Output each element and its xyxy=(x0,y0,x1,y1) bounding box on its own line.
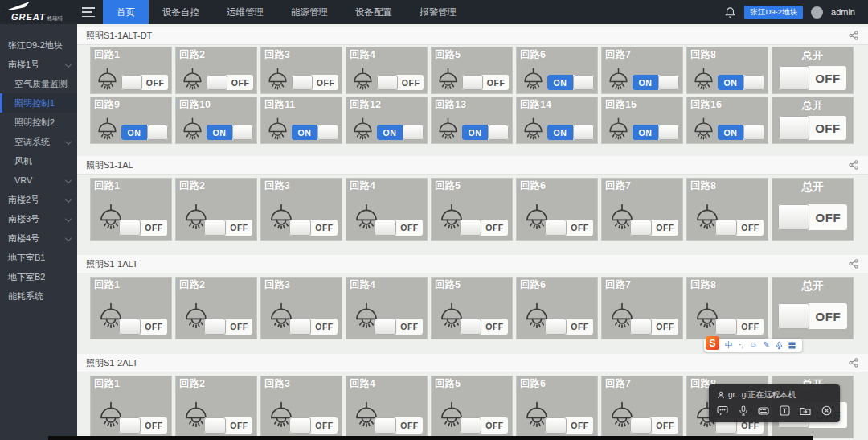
username: admin xyxy=(831,7,855,17)
logo-subtext: 格瑞特 xyxy=(47,15,63,21)
sidebar-item-5[interactable]: 空调系统 xyxy=(0,132,77,151)
toggle-switch[interactable]: ON xyxy=(207,125,253,140)
toggle-switch[interactable]: OFF xyxy=(204,319,252,335)
nav-item-3[interactable]: 能源管理 xyxy=(277,0,342,24)
toggle-switch[interactable]: OFF xyxy=(630,417,678,434)
circuit-label: 回路4 xyxy=(350,179,375,193)
toggle-switch[interactable]: OFF xyxy=(375,319,423,335)
toggle-switch[interactable]: OFF xyxy=(545,417,593,434)
toggle-switch[interactable]: ON xyxy=(377,125,424,140)
sidebar-item-0[interactable]: 张江D9-2地块 xyxy=(0,35,77,55)
toggle-switch[interactable]: OFF xyxy=(778,303,847,329)
toggle-switch[interactable]: OFF xyxy=(292,75,338,90)
sidebar-item-7[interactable]: VRV xyxy=(0,171,77,190)
share-icon[interactable] xyxy=(849,358,858,368)
sidebar-item-3[interactable]: 照明控制1 xyxy=(0,93,77,113)
toggle-switch[interactable]: OFF xyxy=(779,116,846,140)
toggle-switch[interactable]: ON xyxy=(633,125,679,140)
site-badge[interactable]: 张江D9-2地块 xyxy=(744,6,803,19)
toggle-switch[interactable]: OFF xyxy=(715,319,764,335)
menu-collapse-icon[interactable] xyxy=(82,7,95,17)
mic-icon[interactable] xyxy=(739,405,748,416)
toggle-switch[interactable]: OFF xyxy=(715,220,764,236)
toggle-switch[interactable]: OFF xyxy=(460,417,508,434)
close-icon[interactable] xyxy=(821,405,832,416)
toggle-switch[interactable]: ON xyxy=(462,125,509,140)
toggle-switch[interactable]: OFF xyxy=(778,204,847,230)
toggle-switch[interactable]: ON xyxy=(633,75,679,90)
nav-item-2[interactable]: 运维管理 xyxy=(213,0,277,24)
sogou-logo-icon[interactable]: S xyxy=(706,336,719,350)
circuit-card: 回路5OFF xyxy=(431,277,513,339)
voice-icon[interactable] xyxy=(776,341,783,350)
sidebar-item-9[interactable]: 南楼3号 xyxy=(0,209,77,228)
sidebar-item-13[interactable]: 能耗系统 xyxy=(0,286,77,306)
file-transfer-icon[interactable] xyxy=(800,405,811,416)
share-icon[interactable] xyxy=(849,31,858,40)
avatar[interactable] xyxy=(811,6,823,19)
circuit-label: 回路5 xyxy=(435,278,461,292)
nav-item-5[interactable]: 报警管理 xyxy=(406,0,470,24)
nav-item-4[interactable]: 设备配置 xyxy=(342,0,406,24)
share-icon[interactable] xyxy=(849,160,858,170)
toggle-switch[interactable]: OFF xyxy=(289,220,338,236)
toggle-label: OFF xyxy=(481,220,508,236)
toggle-switch[interactable]: OFF xyxy=(779,66,846,90)
nav-item-1[interactable]: 设备自控 xyxy=(149,0,213,24)
toggle-switch[interactable]: ON xyxy=(121,125,168,140)
chinese-mode-icon[interactable]: 中 xyxy=(725,339,733,352)
toggle-switch[interactable]: OFF xyxy=(630,220,678,236)
sidebar-item-2[interactable]: 空气质量监测 xyxy=(0,74,77,93)
toggle-label: ON xyxy=(462,125,488,140)
sidebar-item-4[interactable]: 照明控制2 xyxy=(0,113,77,132)
toggle-switch[interactable]: OFF xyxy=(462,75,509,90)
text-icon[interactable] xyxy=(780,405,790,416)
circuit-card: 回路12ON xyxy=(346,97,428,144)
toggle-switch[interactable]: ON xyxy=(547,75,594,90)
toggle-switch[interactable]: OFF xyxy=(119,417,167,434)
keyboard-grid-icon[interactable] xyxy=(788,342,796,349)
toggle-switch[interactable]: OFF xyxy=(207,75,253,90)
toggle-switch[interactable]: OFF xyxy=(289,417,338,434)
toggle-switch[interactable]: ON xyxy=(718,125,764,140)
sidebar-item-11[interactable]: 地下室B1 xyxy=(0,248,77,267)
chat-icon[interactable] xyxy=(717,405,728,416)
master-card: 总开OFF xyxy=(772,277,854,339)
nav-item-0[interactable]: 首页 xyxy=(103,0,149,24)
handwriting-icon[interactable]: ✎ xyxy=(763,339,769,352)
toggle-switch[interactable]: OFF xyxy=(630,319,678,335)
toggle-switch[interactable]: OFF xyxy=(460,319,508,335)
sidebar-item-8[interactable]: 南楼2号 xyxy=(0,190,77,209)
toggle-switch[interactable]: ON xyxy=(292,125,338,140)
toggle-switch[interactable]: OFF xyxy=(204,220,252,236)
toggle-switch[interactable]: OFF xyxy=(204,417,252,434)
toggle-switch[interactable]: OFF xyxy=(377,75,424,90)
toggle-switch[interactable]: OFF xyxy=(119,319,167,335)
toggle-switch[interactable]: OFF xyxy=(119,220,167,236)
punctuation-icon[interactable]: ·, xyxy=(739,339,743,352)
sidebar-item-10[interactable]: 南楼4号 xyxy=(0,228,77,248)
bell-icon[interactable] xyxy=(724,6,736,19)
toggle-switch[interactable]: OFF xyxy=(545,319,593,335)
keyboard-icon[interactable] xyxy=(758,406,769,416)
toggle-knob xyxy=(488,125,509,140)
toggle-switch[interactable]: OFF xyxy=(375,220,423,236)
toggle-label: OFF xyxy=(311,417,338,434)
circuit-label: 回路15 xyxy=(605,98,637,112)
circuit-card: 回路5OFF xyxy=(431,178,513,241)
sidebar-item-1[interactable]: 南楼1号 xyxy=(0,55,77,74)
toggle-label: OFF xyxy=(226,417,252,434)
sidebar-item-12[interactable]: 地下室B2 xyxy=(0,267,77,286)
toggle-switch[interactable]: OFF xyxy=(289,319,338,335)
sidebar-item-6[interactable]: 风机 xyxy=(0,151,77,171)
toggle-switch[interactable]: OFF xyxy=(545,220,593,236)
emoji-icon[interactable]: ☺ xyxy=(749,339,757,352)
toggle-switch[interactable]: OFF xyxy=(460,220,508,236)
cards-row: 回路1OFF回路2OFF回路3OFF回路4OFF回路5OFF回路6ON回路7ON… xyxy=(77,45,868,95)
toggle-switch[interactable]: ON xyxy=(718,75,764,90)
sidebar-item-label: VRV xyxy=(14,175,32,185)
toggle-switch[interactable]: OFF xyxy=(121,75,168,90)
toggle-switch[interactable]: ON xyxy=(547,125,594,140)
share-icon[interactable] xyxy=(849,259,858,269)
toggle-switch[interactable]: OFF xyxy=(375,417,423,434)
